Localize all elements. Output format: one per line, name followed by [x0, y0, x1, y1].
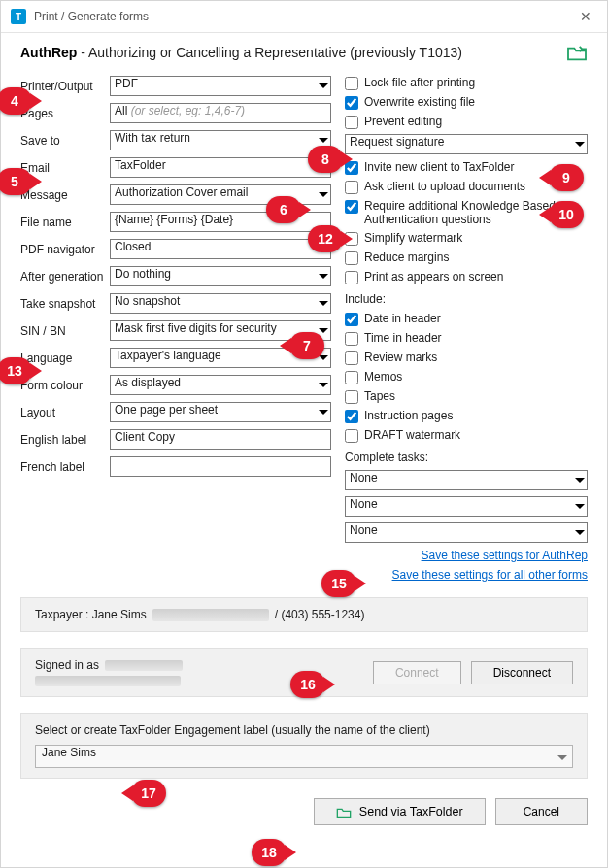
printer-output-label: Printer/Output [20, 80, 110, 93]
ask-upload-checkbox[interactable] [345, 181, 358, 194]
engagement-label: Select or create TaxFolder Engagement la… [35, 723, 573, 737]
engagement-select[interactable]: Jane Sims [35, 745, 573, 768]
callout-12: 12 [308, 225, 343, 252]
save-to-label: Save to [20, 134, 110, 148]
sin-bn-label: SIN / BN [20, 324, 110, 338]
complete-tasks-heading: Complete tasks: [345, 451, 588, 464]
request-signature-select[interactable]: Request signature [345, 134, 588, 154]
folder-icon [336, 806, 352, 818]
callout-10: 10 [549, 201, 584, 228]
pdf-navigator-label: PDF navigator [20, 243, 110, 256]
require-kba-checkbox[interactable] [345, 200, 358, 214]
time-header-checkbox[interactable] [345, 332, 358, 346]
draft-watermark-checkbox[interactable] [345, 429, 358, 443]
titlebar: T Print / Generate forms ✕ [1, 1, 607, 33]
pdf-navigator-select[interactable]: Closed [110, 239, 331, 259]
callout-8: 8 [308, 146, 343, 173]
overwrite-label: Overwrite existing file [364, 95, 588, 109]
engagement-panel: Select or create TaxFolder Engagement la… [20, 713, 588, 779]
signed-in-label: Signed in as [35, 658, 99, 672]
taxpayer-panel: Taxpayer : Jane Sims / (403) 555-1234) [20, 597, 588, 632]
signed-in-user [105, 660, 183, 671]
simplify-watermark-label: Simplify watermark [364, 231, 588, 245]
print-dialog: T Print / Generate forms ✕ AuthRep - Aut… [0, 0, 608, 868]
french-label-input[interactable] [110, 456, 331, 477]
callout-15: 15 [321, 570, 356, 597]
memos-label: Memos [364, 370, 588, 384]
callout-9: 9 [549, 164, 584, 191]
reduce-margins-checkbox[interactable] [345, 251, 358, 265]
save-authrep-link[interactable]: Save these settings for AuthRep [422, 549, 588, 562]
snapshot-label: Take snapshot [20, 297, 110, 311]
draft-watermark-label: DRAFT watermark [364, 428, 588, 442]
print-as-appears-label: Print as appears on screen [364, 270, 588, 284]
time-header-label: Time in header [364, 331, 588, 345]
connect-button[interactable]: Connect [373, 661, 461, 684]
open-folder-icon[interactable] [566, 45, 588, 62]
callout-18: 18 [252, 839, 287, 866]
heading-desc: - Authorizing or Cancelling a Representa… [77, 45, 462, 60]
review-marks-label: Review marks [364, 351, 588, 364]
signed-in-detail [35, 676, 181, 686]
heading-name: AuthRep [20, 45, 77, 60]
form-colour-label: Form colour [20, 379, 110, 392]
redacted-info [152, 609, 269, 621]
complete-task-2-select[interactable]: None [345, 496, 588, 517]
file-name-label: File name [20, 216, 110, 229]
after-gen-label: After generation [20, 270, 110, 284]
english-label-input[interactable]: Client Copy [110, 429, 331, 450]
instruction-pages-label: Instruction pages [364, 409, 588, 422]
callout-7: 7 [289, 332, 324, 359]
callout-6: 6 [266, 196, 301, 223]
dialog-title: Print / Generate forms [34, 10, 149, 23]
instruction-pages-checkbox[interactable] [345, 410, 358, 423]
snapshot-select[interactable]: No snapshot [110, 293, 331, 314]
message-label: Message [20, 188, 110, 202]
layout-select[interactable]: One page per sheet [110, 402, 331, 422]
memos-checkbox[interactable] [345, 371, 358, 384]
complete-task-3-select[interactable]: None [345, 522, 588, 543]
callout-16: 16 [290, 671, 325, 698]
review-marks-checkbox[interactable] [345, 351, 358, 365]
english-label-lbl: English label [20, 433, 110, 447]
taxpayer-phone: / (403) 555-1234) [275, 608, 365, 621]
close-icon[interactable]: ✕ [574, 7, 597, 26]
lock-file-checkbox[interactable] [345, 77, 358, 90]
callout-17: 17 [131, 780, 166, 807]
chevron-down-icon [553, 746, 572, 769]
tapes-label: Tapes [364, 389, 588, 403]
lock-file-label: Lock file after printing [364, 76, 588, 89]
page-heading: AuthRep - Authorizing or Cancelling a Re… [20, 45, 462, 60]
email-label: Email [20, 161, 110, 175]
complete-task-1-select[interactable]: None [345, 470, 588, 490]
pages-input[interactable]: All (or select, eg: 1,4,6-7) [110, 103, 331, 123]
callout-4: 4 [0, 87, 32, 115]
prevent-editing-checkbox[interactable] [345, 116, 358, 129]
form-colour-select[interactable]: As displayed [110, 375, 331, 395]
save-other-link[interactable]: Save these settings for all other forms [392, 568, 588, 582]
after-gen-select[interactable]: Do nothing [110, 266, 331, 286]
cancel-button[interactable]: Cancel [495, 798, 588, 825]
print-as-appears-checkbox[interactable] [345, 271, 358, 284]
taxpayer-name: Taxpayer : Jane Sims [35, 608, 147, 621]
send-via-taxfolder-button[interactable]: Send via TaxFolder [314, 798, 486, 825]
disconnect-button[interactable]: Disconnect [471, 661, 573, 684]
french-label-lbl: French label [20, 460, 110, 474]
date-header-label: Date in header [364, 312, 588, 325]
callout-13: 13 [0, 357, 32, 384]
prevent-editing-label: Prevent editing [364, 115, 588, 128]
date-header-checkbox[interactable] [345, 313, 358, 326]
printer-output-select[interactable]: PDF [110, 76, 331, 96]
layout-label: Layout [20, 406, 110, 419]
overwrite-checkbox[interactable] [345, 96, 358, 110]
save-to-select[interactable]: With tax return [110, 130, 331, 150]
email-select[interactable]: TaxFolder [110, 157, 331, 178]
include-heading: Include: [345, 292, 588, 306]
reduce-margins-label: Reduce margins [364, 250, 588, 264]
app-icon: T [11, 9, 26, 24]
tapes-checkbox[interactable] [345, 390, 358, 404]
callout-5: 5 [0, 168, 32, 195]
